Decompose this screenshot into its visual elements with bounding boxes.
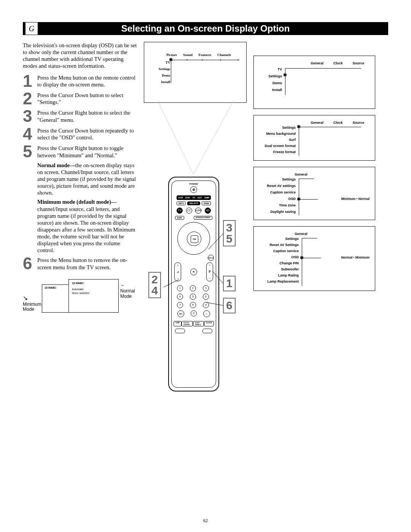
- mode-examples: 10 WABC 10 WABC Automatic Mono selected …: [23, 279, 137, 325]
- key-7[interactable]: 7: [177, 302, 183, 308]
- actua-button[interactable]: ACTUA CENTRE: [182, 321, 193, 326]
- menu-row: Surf: [258, 137, 296, 143]
- clock-button[interactable]: CLOCK: [204, 321, 214, 326]
- key-8[interactable]: 8: [190, 302, 196, 308]
- min-mode-label: Minimum Mode: [23, 302, 42, 312]
- cursor-pad[interactable]: OK: [177, 222, 210, 255]
- menu-col: Channels: [217, 53, 231, 57]
- volume-rocker[interactable]: +⊿−: [174, 262, 181, 281]
- menu-row: Reset AV settings: [258, 183, 296, 189]
- step-number: 6: [23, 256, 37, 271]
- key-6[interactable]: 6: [203, 294, 209, 300]
- pip-left-button[interactable]: [175, 329, 185, 333]
- step-number: 1: [23, 73, 37, 89]
- osd-options: Minimum • Normal: [341, 197, 370, 201]
- surf-button[interactable]: SURF: [195, 208, 201, 214]
- src-amp: AMP: [204, 197, 209, 199]
- step-text: Press the Cursor Down button repeatedly …: [37, 126, 137, 142]
- prog-icon: P: [209, 270, 211, 273]
- menu-row: Demo: [259, 80, 282, 86]
- vol-icon: ⊿: [177, 270, 179, 273]
- menu-row: Freeze format: [258, 149, 296, 155]
- menu-row: OSD: [258, 196, 296, 202]
- submenu-3: General ✱ Settings Reset AV settings Cap…: [253, 167, 375, 220]
- key-4[interactable]: 4: [177, 294, 183, 300]
- submenu-column: General Clock Source ✱ TV Settings Demo …: [253, 42, 375, 394]
- step-2: 2 Press the Cursor Down button to select…: [23, 91, 137, 106]
- step-1: 1 Press the Menu button on the remote co…: [23, 73, 137, 89]
- mute-button[interactable]: ✕: [190, 268, 197, 275]
- step-text: Press the Menu button to remove the on-s…: [37, 256, 137, 271]
- src-dvd: DVD: [185, 197, 190, 199]
- step-text: Press the Cursor Down button to select "…: [37, 91, 137, 106]
- menu-col: Clock: [333, 121, 343, 125]
- submenu-1: General Clock Source ✱ TV Settings Demo …: [253, 56, 375, 109]
- select-button[interactable]: SELECT: [187, 201, 200, 205]
- menu-col: Features: [199, 53, 211, 57]
- minimum-mode-text: channel/Input source, call letters, and …: [37, 206, 135, 254]
- norm-mode-label: Normal Mode: [120, 289, 137, 299]
- menu-row: Daylight saving: [258, 209, 296, 215]
- key-5[interactable]: 5: [190, 294, 196, 300]
- numeric-keypad: 1 2 3 4 5 6 7 8 9: [172, 285, 215, 308]
- normal-mode-desc: Normal mode—the on-screen display stays …: [37, 162, 137, 197]
- ok-button[interactable]: OK: [191, 235, 198, 243]
- tv-button[interactable]: TV: [177, 208, 183, 214]
- menu-col: General: [311, 61, 323, 65]
- key-9[interactable]: 9: [203, 302, 209, 308]
- step-number: 3: [23, 109, 37, 124]
- screen-format-button[interactable]: SCREEN FORMAT: [194, 216, 212, 220]
- step-text: Press the Cursor Right button to select …: [37, 109, 137, 124]
- menu-row: Lamp Rating: [256, 272, 299, 278]
- menu-row: Settings: [259, 73, 282, 80]
- avplus-button[interactable]: AV+: [177, 310, 184, 317]
- step-3: 3 Press the Cursor Right button to selec…: [23, 109, 137, 124]
- menu-row: Dual screen format: [258, 143, 296, 149]
- channel-label: 10 WABC: [72, 282, 84, 285]
- menu-row: Menu background: [258, 131, 296, 137]
- menu-row: Change PIN: [256, 260, 299, 266]
- dnm-button[interactable]: DNM: [202, 201, 211, 205]
- smp-button[interactable]: S.MP: [174, 321, 182, 326]
- key-1[interactable]: 1: [177, 285, 183, 291]
- src-vcr: VCR: [178, 197, 183, 199]
- cursor-marker: ✱: [297, 124, 301, 129]
- callout-2-4: 2 4: [148, 272, 161, 298]
- menu-row: Caption service: [256, 248, 299, 254]
- info-button[interactable]: INFO: [177, 201, 186, 205]
- key-0[interactable]: 0: [191, 310, 197, 316]
- dash-button[interactable]: -: [203, 310, 210, 317]
- minimum-mode-label: Minimum mode (default mode)—: [37, 199, 116, 205]
- minimum-mode-desc: Minimum mode (default mode)— channel/Inp…: [37, 198, 137, 254]
- menu-button[interactable]: MENU: [208, 255, 214, 261]
- hd-button[interactable]: HD: [205, 208, 211, 214]
- normal-mode-pointer: ← Normal Mode: [120, 282, 137, 299]
- surf2-button[interactable]: SURF: [175, 216, 184, 220]
- power-button[interactable]: ⏻: [190, 186, 197, 193]
- menu-row: Settings: [159, 66, 170, 72]
- callout-1: 1: [223, 276, 236, 291]
- menu-row: Subwoofer: [256, 266, 299, 272]
- step-6: 6 Press the Menu button to remove the on…: [23, 256, 137, 271]
- src-sat: SAT: [198, 197, 202, 199]
- menu-col: Picture: [166, 53, 177, 57]
- cc-button[interactable]: CC: [186, 208, 192, 214]
- remote-diagram: POWER ⏻ VCR DVD TV SAT AMP INFO SELECT: [144, 101, 247, 394]
- step-text: Press the Cursor Right button to toggle …: [37, 144, 137, 159]
- menu-col: General: [295, 232, 307, 236]
- top-menu-diagram: Picture Sound Features Channels ✱ TV Set…: [144, 42, 247, 103]
- remote-body: POWER ⏻ VCR DVD TV SAT AMP INFO SELECT: [168, 177, 219, 391]
- source-selector[interactable]: VCR DVD TV SAT AMP: [177, 195, 211, 200]
- callout-num: 2: [151, 274, 158, 285]
- key-3[interactable]: 3: [203, 285, 209, 291]
- menu-col: Sound: [183, 53, 193, 57]
- menu-row: TV: [259, 66, 282, 73]
- step-text: Press the Menu button on the remote cont…: [37, 73, 137, 89]
- key-2[interactable]: 2: [190, 285, 196, 291]
- section-letter: G: [25, 22, 38, 35]
- sleep-button[interactable]: SLEEP TIMER-X: [193, 321, 204, 326]
- menu-row: Settings: [258, 176, 296, 183]
- menu-row: Install: [259, 86, 282, 93]
- program-rocker[interactable]: +P−: [206, 262, 213, 281]
- pip-right-button[interactable]: [202, 329, 212, 333]
